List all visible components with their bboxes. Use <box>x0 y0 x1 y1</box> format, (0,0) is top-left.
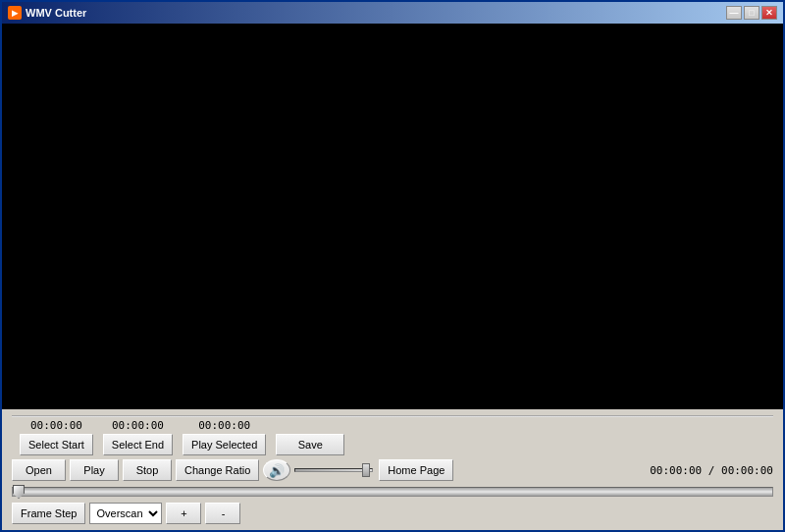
time-counter: 00:00:00 / 00:00:00 <box>650 464 773 477</box>
open-button[interactable]: Open <box>12 459 66 481</box>
divider <box>12 415 773 417</box>
video-display <box>2 24 783 409</box>
plus-button[interactable]: + <box>166 503 201 524</box>
time-row: 00:00:00 Select Start 00:00:00 Select En… <box>12 419 773 455</box>
end-time-display: 00:00:00 <box>112 419 164 432</box>
seek-track[interactable] <box>12 487 773 497</box>
maximize-button[interactable]: □ <box>744 6 759 20</box>
action-row: Open Play Stop Change Ratio 🔊 Home Page … <box>12 459 773 481</box>
seek-thumb[interactable] <box>13 485 25 499</box>
selected-time-group: 00:00:00 Play Selected <box>183 419 266 455</box>
select-start-button[interactable]: Select Start <box>20 434 93 455</box>
minus-button[interactable]: - <box>205 503 240 524</box>
minimize-button[interactable]: — <box>726 6 742 20</box>
main-window: ▶ WMV Cutter — □ ✕ 00:00:00 Select Start <box>0 0 785 532</box>
frame-step-button[interactable]: Frame Step <box>12 503 85 524</box>
save-group: Save <box>276 419 344 455</box>
window-title: WMV Cutter <box>26 7 86 19</box>
play-button[interactable]: Play <box>70 459 119 481</box>
selected-time-display: 00:00:00 <box>198 419 250 432</box>
close-button[interactable]: ✕ <box>761 6 777 20</box>
save-button[interactable]: Save <box>276 434 344 455</box>
select-end-button[interactable]: Select End <box>103 434 173 455</box>
play-selected-button[interactable]: Play Selected <box>183 434 266 455</box>
bottom-row: Frame Step Overscan Normal Stretch + - <box>12 503 773 524</box>
seek-row <box>12 487 773 497</box>
home-page-button[interactable]: Home Page <box>379 459 453 481</box>
title-bar: ▶ WMV Cutter — □ ✕ <box>2 2 783 24</box>
volume-slider[interactable] <box>294 468 373 472</box>
title-bar-left: ▶ WMV Cutter <box>8 6 86 20</box>
overscan-dropdown[interactable]: Overscan Normal Stretch <box>89 503 162 524</box>
stop-button[interactable]: Stop <box>123 459 172 481</box>
change-ratio-button[interactable]: Change Ratio <box>176 459 259 481</box>
start-time-group: 00:00:00 Select Start <box>20 419 93 455</box>
end-time-group: 00:00:00 Select End <box>103 419 173 455</box>
start-time-display: 00:00:00 <box>30 419 82 432</box>
title-bar-controls: — □ ✕ <box>726 6 777 20</box>
app-icon: ▶ <box>8 6 22 20</box>
volume-thumb[interactable] <box>362 463 370 477</box>
speaker-button[interactable]: 🔊 <box>263 459 290 481</box>
volume-section: 🔊 <box>263 459 375 481</box>
controls-area: 00:00:00 Select Start 00:00:00 Select En… <box>2 409 783 530</box>
